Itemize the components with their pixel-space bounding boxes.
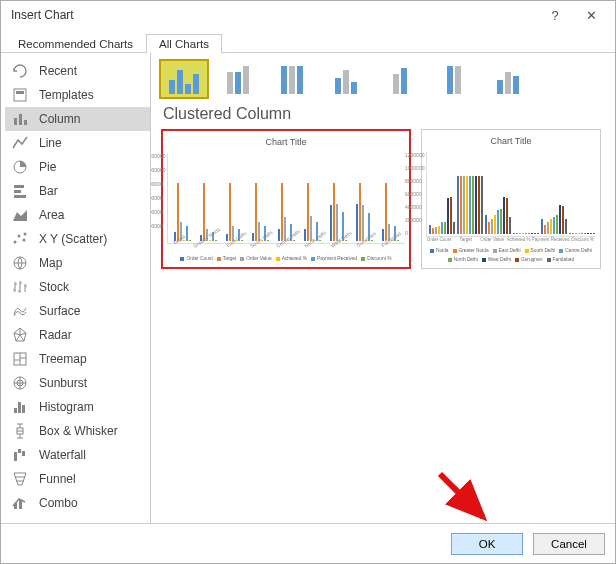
subtype-3d-stacked-column[interactable] (377, 61, 423, 97)
sidebar-item-recent[interactable]: Recent (5, 59, 150, 83)
tab-recommended[interactable]: Recommended Charts (5, 34, 146, 53)
scatter-icon (11, 230, 29, 248)
sunburst-icon (11, 374, 29, 392)
funnel-icon (11, 470, 29, 488)
sidebar-item-label: Templates (39, 88, 94, 102)
treemap-icon (11, 350, 29, 368)
svg-rect-22 (18, 449, 21, 453)
box-icon (11, 422, 29, 440)
sidebar-item-sunburst[interactable]: Sunburst (5, 371, 150, 395)
sidebar-item-radar[interactable]: Radar (5, 323, 150, 347)
sidebar-item-label: Histogram (39, 400, 94, 414)
preview-1-xlabels: NoidaGreater NoidaEast DelhiSouth DelhiC… (167, 244, 405, 250)
svg-point-11 (23, 239, 26, 242)
sidebar-item-label: Column (39, 112, 80, 126)
subtype-3d-column[interactable] (485, 61, 531, 97)
subtype-stacked-column[interactable] (215, 61, 261, 97)
titlebar: Insert Chart ? ✕ (1, 1, 615, 29)
preview-1[interactable]: Chart Title 1200000100000080000060000040… (161, 129, 411, 269)
ok-button[interactable]: OK (451, 533, 523, 555)
sidebar-item-waterfall[interactable]: Waterfall (5, 443, 150, 467)
svg-rect-25 (19, 500, 22, 509)
sidebar-item-scatter[interactable]: X Y (Scatter) (5, 227, 150, 251)
sidebar-item-templates[interactable]: Templates (5, 83, 150, 107)
sidebar-item-stock[interactable]: Stock (5, 275, 150, 299)
subtype-3d-100-stacked-column[interactable] (431, 61, 477, 97)
histogram-icon (11, 398, 29, 416)
line-icon (11, 134, 29, 152)
sidebar-item-label: Map (39, 256, 62, 270)
svg-rect-2 (14, 118, 17, 125)
svg-point-12 (24, 233, 27, 236)
map-icon (11, 254, 29, 272)
templates-icon (11, 86, 29, 104)
svg-rect-19 (22, 405, 25, 413)
recent-icon (11, 62, 29, 80)
sidebar-item-histogram[interactable]: Histogram (5, 395, 150, 419)
sidebar-item-pie[interactable]: Pie (5, 155, 150, 179)
close-icon: ✕ (586, 8, 597, 23)
sidebar-item-label: Combo (39, 496, 78, 510)
sidebar-item-funnel[interactable]: Funnel (5, 467, 150, 491)
svg-rect-21 (14, 452, 17, 461)
sidebar-item-map[interactable]: Map (5, 251, 150, 275)
area-icon (11, 206, 29, 224)
sidebar-item-treemap[interactable]: Treemap (5, 347, 150, 371)
sidebar-item-area[interactable]: Area (5, 203, 150, 227)
sidebar-item-label: Line (39, 136, 62, 150)
preview-1-legend: Order CountTargetOrder ValueAchieved %Pa… (167, 256, 405, 261)
tab-all-charts[interactable]: All Charts (146, 34, 222, 53)
subtype-clustered-column[interactable] (161, 61, 207, 97)
sidebar-item-label: Sunburst (39, 376, 87, 390)
subtype-name: Clustered Column (163, 105, 605, 123)
insert-chart-dialog: Insert Chart ? ✕ Recommended Charts All … (0, 0, 616, 564)
svg-rect-18 (18, 402, 21, 413)
waterfall-icon (11, 446, 29, 464)
dialog-title: Insert Chart (11, 8, 537, 22)
chart-type-sidebar: RecentTemplatesColumnLinePieBarAreaX Y (… (1, 53, 151, 523)
sidebar-item-bar[interactable]: Bar (5, 179, 150, 203)
sidebar-item-label: Treemap (39, 352, 87, 366)
sidebar-item-label: Bar (39, 184, 58, 198)
sidebar-item-combo[interactable]: Combo (5, 491, 150, 515)
preview-row: Chart Title 1200000100000080000060000040… (161, 129, 605, 269)
preview-1-title: Chart Title (167, 137, 405, 147)
sidebar-item-label: Pie (39, 160, 56, 174)
sidebar-item-label: Funnel (39, 472, 76, 486)
surface-icon (11, 302, 29, 320)
sidebar-item-line[interactable]: Line (5, 131, 150, 155)
svg-rect-0 (14, 89, 26, 101)
preview-2-plot: 120000010000008000006000004000002000000 (426, 152, 596, 237)
sidebar-item-surface[interactable]: Surface (5, 299, 150, 323)
svg-rect-4 (24, 120, 27, 125)
sidebar-item-box[interactable]: Box & Whisker (5, 419, 150, 443)
sidebar-item-label: X Y (Scatter) (39, 232, 107, 246)
tab-strip: Recommended Charts All Charts (1, 29, 615, 53)
combo-icon (11, 494, 29, 512)
sidebar-item-label: Stock (39, 280, 69, 294)
subtype-row (161, 61, 605, 97)
sidebar-item-label: Surface (39, 304, 80, 318)
subtype-100-stacked-column[interactable] (269, 61, 315, 97)
svg-point-10 (18, 235, 21, 238)
dialog-footer: OK Cancel (1, 523, 615, 563)
preview-2-title: Chart Title (426, 136, 596, 146)
sidebar-item-column[interactable]: Column (5, 107, 150, 131)
svg-rect-8 (14, 195, 26, 198)
subtype-3d-clustered-column[interactable] (323, 61, 369, 97)
bar-icon (11, 182, 29, 200)
help-button[interactable]: ? (537, 4, 573, 26)
close-button[interactable]: ✕ (573, 4, 609, 26)
cancel-button[interactable]: Cancel (533, 533, 605, 555)
svg-rect-17 (14, 408, 17, 413)
pie-icon (11, 158, 29, 176)
preview-1-plot: 120000010000008000006000004000002000000 (167, 153, 405, 244)
radar-icon (11, 326, 29, 344)
sidebar-item-label: Recent (39, 64, 77, 78)
preview-2[interactable]: Chart Title 1200000100000080000060000040… (421, 129, 601, 269)
svg-rect-3 (19, 114, 22, 125)
sidebar-item-label: Box & Whisker (39, 424, 118, 438)
preview-2-legend: NoidaGreater NoidaEast DelhiSouth DelhiC… (426, 248, 596, 262)
sidebar-item-label: Radar (39, 328, 72, 342)
svg-rect-6 (14, 185, 24, 188)
